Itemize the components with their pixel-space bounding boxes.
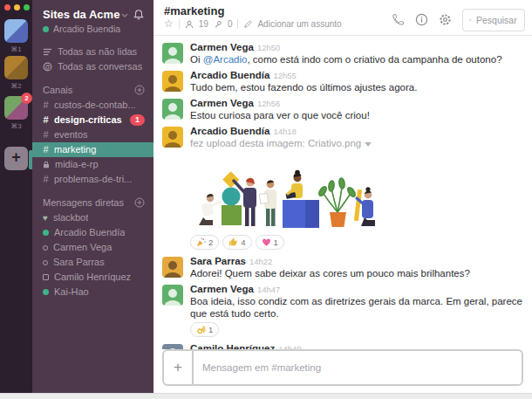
search-box[interactable] <box>462 9 525 31</box>
add-workspace-button[interactable]: + <box>4 147 28 170</box>
avatar[interactable] <box>162 99 183 120</box>
message-composer: + <box>162 349 523 386</box>
current-user-name: Arcadio Buendia <box>53 24 120 34</box>
zoom-window-button[interactable] <box>24 4 30 10</box>
current-user[interactable]: Arcadio Buendia <box>32 21 153 34</box>
team-name: Sites da Acme <box>43 8 119 21</box>
attach-file-button[interactable]: + <box>164 351 194 384</box>
message-author[interactable]: Carmen Vega <box>190 284 254 294</box>
message-row: Carmen Vega12h56 Estou curiosa para ver … <box>153 95 532 123</box>
search-input[interactable] <box>476 15 518 25</box>
window-controls <box>4 4 30 10</box>
channel-info-icon[interactable] <box>415 13 428 26</box>
sidebar: Sites da Acme Arcadio Buendia Todas as n… <box>32 0 153 393</box>
sidebar-item-channel-custos[interactable]: #custos-de-contab... <box>32 98 153 113</box>
sidebar-item-all-unreads[interactable]: Todas as não lidas <box>32 45 153 59</box>
chevron-down-icon <box>121 10 128 20</box>
channel-label: eventos <box>54 129 88 141</box>
presence-square-icon <box>43 274 49 280</box>
channel-label: problemas-de-tri... <box>54 174 132 185</box>
message-row: Carmen Vega12h50 Oi @Arcadio, como está … <box>153 39 532 67</box>
message-author[interactable]: Sara Parras <box>190 256 246 266</box>
channel-title[interactable]: #marketing <box>164 4 342 17</box>
sidebar-item-dm-camilo[interactable]: Camilo Henríquez <box>32 270 153 285</box>
message-author[interactable]: Carmen Vega <box>190 98 254 108</box>
team-menu[interactable]: Sites da Acme <box>32 0 153 21</box>
message-row: Arcadio Buendía14h18 fez upload desta im… <box>153 123 532 253</box>
presence-offline-icon <box>43 260 48 265</box>
add-topic-action[interactable]: Adicionar um assunto <box>257 19 341 29</box>
pin-icon <box>214 20 222 29</box>
svg-text:@: @ <box>44 64 51 70</box>
message-row: Carmen Vega14h47 Boa ideia, isso condiz … <box>153 281 532 341</box>
message-author[interactable]: Camilo Henríquez <box>190 343 275 349</box>
message-timestamp[interactable]: 14h18 <box>273 127 296 136</box>
dms-header[interactable]: Mensagens diretas <box>43 197 124 208</box>
sidebar-item-channel-eventos[interactable]: #eventos <box>32 127 153 142</box>
sidebar-item-channel-marketing[interactable]: #marketing <box>32 142 153 157</box>
message-timestamp[interactable]: 14h47 <box>257 285 280 294</box>
workspace-shortcut-3: ⌘3 <box>0 122 32 130</box>
minimize-window-button[interactable] <box>14 4 20 10</box>
window-bottom-edge <box>0 393 532 399</box>
sidebar-item-dm-kai-hao[interactable]: Kai-Hao <box>32 285 153 299</box>
avatar[interactable] <box>162 257 183 278</box>
message-author[interactable]: Arcadio Buendía <box>190 126 269 136</box>
channel-label: design-críticas <box>54 114 122 126</box>
add-dm-icon[interactable] <box>134 197 145 208</box>
avatar[interactable] <box>162 71 183 92</box>
message-row: Camilo Henríquez14h49 @Arcadio, enviarei… <box>153 341 532 349</box>
message-input[interactable] <box>194 351 522 384</box>
unread-lines-icon <box>43 47 52 57</box>
add-channel-icon[interactable] <box>134 85 145 95</box>
avatar[interactable] <box>162 285 183 306</box>
pinned-count[interactable]: 0 <box>228 19 233 29</box>
message-author[interactable]: Arcadio Buendía <box>190 70 269 80</box>
avatar[interactable] <box>162 43 183 64</box>
sidebar-item-dm-arcadio[interactable]: Arcadio Buendía <box>32 225 153 240</box>
message-timestamp[interactable]: 12h56 <box>257 99 280 108</box>
reaction-count: 1 <box>208 325 213 334</box>
pencil-icon <box>243 20 252 29</box>
workspace-icon-2[interactable] <box>4 56 28 79</box>
star-channel-icon[interactable]: ☆ <box>164 19 174 29</box>
sidebar-item-channel-midia-e-rp[interactable]: midia-e-rp <box>32 157 153 172</box>
sidebar-item-dm-slackbot[interactable]: ♥slackbot <box>32 210 153 225</box>
channel-label: marketing <box>54 144 96 155</box>
upload-caption: fez upload desta imagem: Criativo.png <box>190 137 523 149</box>
settings-gear-icon[interactable] <box>439 13 452 26</box>
message-timestamp[interactable]: 12h50 <box>257 43 280 52</box>
slack-window: ⌘1 ⌘2 2 ⌘3 + Sites da Acme Arcadio Buend… <box>0 0 532 399</box>
sidebar-item-dm-carmen[interactable]: Carmen Vega <box>32 240 153 255</box>
reaction-count: 2 <box>208 237 213 247</box>
notifications-bell-icon[interactable] <box>133 9 145 21</box>
message-author[interactable]: Carmen Vega <box>190 42 254 52</box>
user-mention[interactable]: @Arcadio <box>203 54 248 65</box>
ok-hand-icon <box>196 325 206 334</box>
sidebar-item-dm-sara[interactable]: Sara Parras <box>32 255 153 270</box>
workspace-icon-1[interactable] <box>4 19 28 43</box>
workspace-unread-badge: 2 <box>21 93 32 104</box>
presence-online-icon <box>43 289 49 295</box>
close-window-button[interactable] <box>4 4 10 10</box>
presence-offline-icon <box>43 245 48 251</box>
sidebar-item-all-threads[interactable]: @ Todas as conversas <box>32 59 153 74</box>
channel-label: midia-e-rp <box>55 159 99 170</box>
avatar[interactable] <box>162 127 183 148</box>
message-timestamp[interactable]: 12h55 <box>273 71 296 80</box>
criativo-image[interactable] <box>190 155 380 231</box>
reaction-ok-hand[interactable]: 1 <box>190 322 219 337</box>
channels-header[interactable]: Canais <box>43 85 72 95</box>
reaction-sparkling-heart[interactable]: 1 <box>256 235 284 250</box>
expand-file-icon[interactable] <box>365 142 372 147</box>
message-timestamp[interactable]: 14h22 <box>249 257 272 266</box>
uploaded-filename[interactable]: Criativo.png <box>308 138 361 148</box>
call-phone-icon[interactable] <box>392 13 405 26</box>
sidebar-item-channel-design-criticas[interactable]: #design-críticas 1 <box>32 113 153 127</box>
member-count[interactable]: 19 <box>199 19 208 29</box>
search-icon <box>469 15 472 25</box>
reaction-party-popper[interactable]: 2 <box>190 235 219 250</box>
sidebar-item-channel-problemas[interactable]: #problemas-de-tri... <box>32 172 153 187</box>
reaction-thumbs-up[interactable]: 4 <box>222 235 251 250</box>
workspace-rail: ⌘1 ⌘2 2 ⌘3 + <box>0 0 32 393</box>
